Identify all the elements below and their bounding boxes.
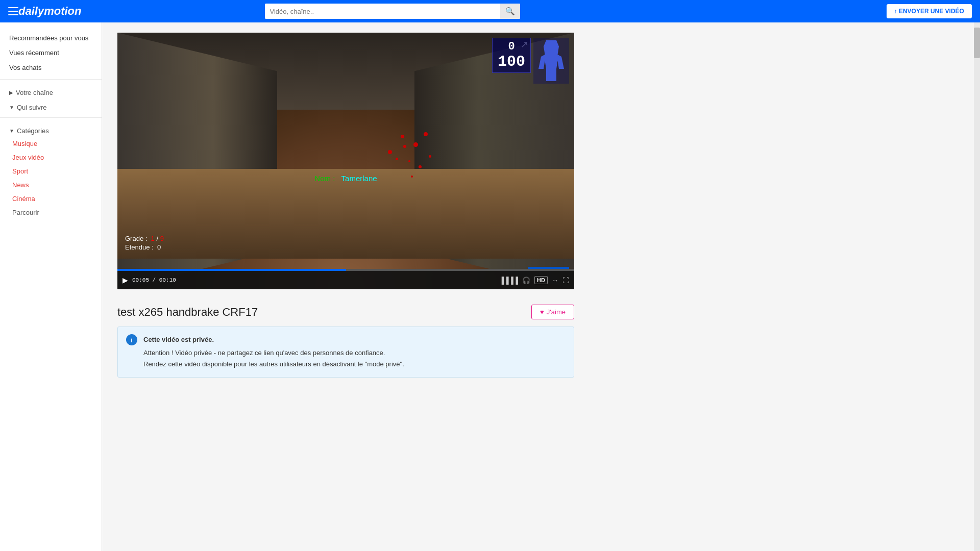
sidebar-parcourir[interactable]: Parcourir	[0, 206, 102, 219]
upload-button[interactable]: ↑ ENVOYER UNE VIDÉO	[887, 4, 972, 18]
blood-splatter	[401, 135, 404, 138]
score-top: 0	[498, 40, 525, 53]
like-label: J'aime	[547, 308, 566, 316]
video-controls: ▶ 00:05 / 00:10 ▐▐▐▐ 🎧 HD ↔ ⛶	[117, 271, 574, 289]
sidebar-item-cinema[interactable]: Cinéma	[0, 192, 102, 206]
sidebar: Recommandées pour vous Vues récemment Vo…	[0, 22, 102, 551]
search-input[interactable]	[265, 5, 500, 18]
sidebar-item-musique[interactable]: Musique	[0, 137, 102, 151]
hud-player	[533, 38, 569, 84]
heart-icon: ♥	[540, 308, 544, 316]
video-container: ↗ 0 100 Nom : Tamerlane	[117, 33, 574, 289]
site-logo[interactable]: dailymotion	[18, 5, 81, 18]
info-line2: Rendez cette vidéo disponible pour les a…	[143, 360, 404, 368]
blood-splatter	[411, 176, 413, 178]
game-overlay-bottom: Grade : 1 / 9 Etendue : 0	[125, 235, 164, 251]
scrollbar-thumb[interactable]	[974, 28, 980, 58]
search-button[interactable]: 🔍	[500, 4, 520, 19]
main-content: ↗ 0 100 Nom : Tamerlane	[102, 22, 980, 551]
sidebar-qui-suivre[interactable]: ▼ Qui suivre	[0, 98, 102, 113]
hd-button[interactable]: HD	[534, 276, 548, 284]
chevron-right-icon: ▶	[9, 90, 13, 95]
blood-splatter	[403, 145, 406, 148]
volume-bars-icon[interactable]: ▐▐▐▐	[499, 277, 518, 284]
etendue-label: Etendue :	[125, 243, 154, 251]
sidebar-divider-1	[0, 79, 102, 80]
info-title: Cette vidéo est privée.	[143, 334, 404, 345]
grade-line: Grade : 1 / 9	[125, 235, 164, 242]
sidebar-item-purchases[interactable]: Vos achats	[0, 60, 102, 75]
blood-splatter	[396, 158, 398, 160]
info-icon: i	[126, 334, 137, 345]
grade-sep: /	[155, 235, 160, 242]
scrollbar[interactable]	[974, 22, 980, 551]
categories-chevron-icon: ▼	[9, 128, 14, 134]
etendue-value: 0	[157, 243, 161, 251]
etendue-line: Etendue : 0	[125, 243, 164, 251]
info-text: Cette vidéo est privée. Attention ! Vidé…	[143, 334, 404, 370]
video-frame[interactable]: ↗ 0 100 Nom : Tamerlane	[117, 33, 574, 289]
search-icon: 🔍	[505, 7, 515, 16]
upload-label: ↑ ENVOYER UNE VIDÉO	[894, 8, 964, 15]
grade-label: Grade :	[125, 235, 147, 242]
headphones-icon[interactable]: 🎧	[522, 277, 530, 284]
search-bar: 🔍	[265, 4, 520, 19]
fullscreen-icon[interactable]: ⛶	[562, 277, 569, 284]
name-tag: Nom : Tamerlane	[314, 174, 377, 183]
site-header: dailymotion 🔍 ↑ ENVOYER UNE VIDÉO	[0, 0, 980, 22]
name-label: Nom :	[314, 174, 335, 183]
hud-top-right: 0 100	[492, 38, 569, 84]
blood-splatter	[408, 160, 410, 162]
categories-label: Catégories	[17, 127, 49, 135]
info-box: i Cette vidéo est privée. Attention ! Vi…	[117, 327, 574, 378]
video-title-row: test x265 handbrake CRF17 ♥ J'aime	[117, 305, 574, 319]
player-silhouette	[538, 40, 564, 81]
qui-suivre-label: Qui suivre	[17, 104, 47, 111]
blood-splatter	[413, 142, 418, 147]
blood-splatter	[419, 165, 422, 168]
sidebar-categories[interactable]: ▼ Catégories	[0, 122, 102, 137]
like-button[interactable]: ♥ J'aime	[531, 305, 574, 319]
video-title: test x265 handbrake CRF17	[117, 306, 258, 319]
video-info: test x265 handbrake CRF17 ♥ J'aime i Cet…	[117, 305, 574, 378]
play-button[interactable]: ▶	[122, 276, 128, 284]
hud-score: 0 100	[492, 38, 531, 73]
sidebar-item-recommended[interactable]: Recommandées pour vous	[0, 31, 102, 45]
grade-value: 1	[151, 235, 155, 242]
chevron-down-icon: ▼	[9, 105, 14, 110]
current-time: 00:05 / 00:10	[132, 277, 176, 283]
sidebar-item-jeux-video[interactable]: Jeux vidéo	[0, 151, 102, 164]
sidebar-item-news[interactable]: News	[0, 178, 102, 192]
blood-splatter	[424, 132, 428, 136]
hamburger-menu[interactable]	[8, 7, 18, 15]
logo-text: dailymotion	[18, 5, 81, 18]
info-line1: Attention ! Vidéo privée - ne partagez c…	[143, 349, 385, 357]
score-bottom: 100	[498, 53, 525, 70]
votre-chaine-label: Votre chaîne	[16, 89, 53, 96]
sidebar-votre-chaine[interactable]: ▶ Votre chaîne	[0, 84, 102, 98]
blood-splatter	[388, 150, 392, 154]
grade-total: 9	[160, 235, 164, 242]
sidebar-divider-2	[0, 117, 102, 118]
sidebar-item-recently-viewed[interactable]: Vues récemment	[0, 45, 102, 60]
sidebar-item-sport[interactable]: Sport	[0, 164, 102, 178]
loop-icon[interactable]: ↔	[552, 277, 558, 284]
page-layout: Recommandées pour vous Vues récemment Vo…	[0, 22, 980, 551]
blood-splatter	[429, 155, 431, 158]
name-value: Tamerlane	[341, 174, 377, 183]
